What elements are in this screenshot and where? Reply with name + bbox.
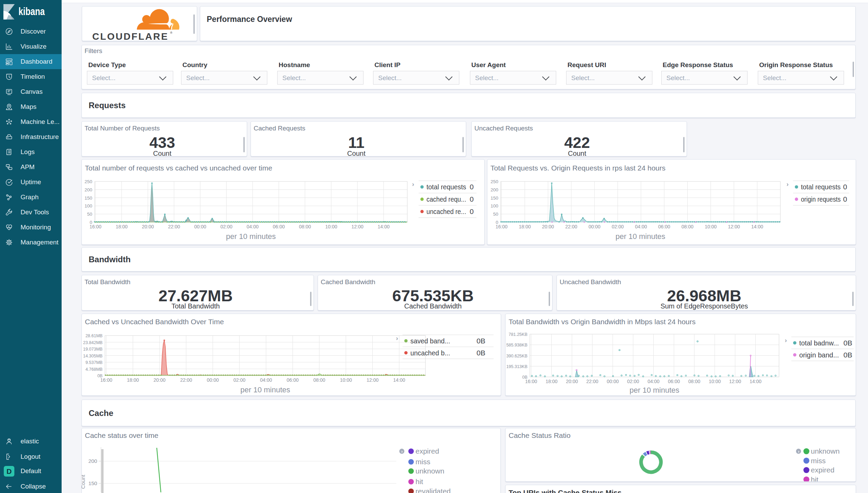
svg-text:per 10 minutes: per 10 minutes — [226, 232, 276, 241]
svg-text:20:00: 20:00 — [566, 379, 578, 384]
svg-text:›: › — [396, 334, 398, 342]
svg-text:18:00: 18:00 — [116, 224, 128, 229]
svg-text:›: › — [785, 337, 787, 344]
svg-text:22:00: 22:00 — [565, 224, 577, 229]
svg-text:06:00: 06:00 — [273, 224, 285, 229]
svg-text:200: 200 — [490, 187, 498, 192]
svg-text:expired: expired — [811, 466, 834, 474]
svg-text:14:00: 14:00 — [378, 224, 390, 229]
svg-text:uncached b...: uncached b... — [410, 349, 450, 357]
svg-text:100: 100 — [490, 203, 498, 208]
svg-text:miss: miss — [416, 458, 430, 466]
svg-text:›: › — [798, 449, 799, 454]
svg-text:02:00: 02:00 — [627, 379, 639, 384]
svg-text:22:00: 22:00 — [180, 377, 192, 383]
svg-text:origin requests: origin requests — [801, 195, 841, 203]
svg-text:0B: 0B — [843, 351, 852, 359]
svg-text:0: 0 — [843, 195, 847, 203]
svg-text:50: 50 — [493, 212, 498, 217]
svg-text:16:00: 16:00 — [525, 379, 537, 384]
svg-text:10:00: 10:00 — [709, 379, 721, 384]
svg-text:hit: hit — [416, 478, 423, 485]
svg-text:total badnw...: total badnw... — [799, 339, 839, 347]
svg-text:0B: 0B — [476, 349, 485, 357]
svg-text:18:00: 18:00 — [519, 224, 531, 229]
svg-text:Count: Count — [81, 475, 86, 489]
svg-text:expired: expired — [416, 447, 439, 455]
svg-text:14.305MB: 14.305MB — [83, 354, 103, 358]
svg-text:total requests: total requests — [801, 183, 841, 191]
svg-text:total requests: total requests — [426, 183, 466, 191]
svg-text:14:00: 14:00 — [393, 377, 405, 383]
svg-text:08:00: 08:00 — [688, 379, 700, 384]
svg-text:10:00: 10:00 — [705, 224, 717, 229]
svg-text:12:00: 12:00 — [728, 224, 740, 229]
svg-text:12:00: 12:00 — [367, 377, 379, 383]
svg-text:10:00: 10:00 — [340, 377, 352, 383]
svg-text:cached requ...: cached requ... — [426, 195, 466, 203]
svg-text:02:00: 02:00 — [233, 377, 245, 383]
svg-text:unknown: unknown — [811, 447, 840, 455]
svg-text:18:00: 18:00 — [546, 379, 558, 384]
svg-text:miss: miss — [811, 457, 826, 465]
svg-text:®: ® — [170, 31, 173, 35]
svg-text:150: 150 — [85, 195, 92, 201]
svg-text:100: 100 — [85, 203, 92, 208]
svg-text:14:00: 14:00 — [751, 224, 763, 229]
svg-text:06:00: 06:00 — [668, 379, 680, 384]
svg-text:16:00: 16:00 — [89, 224, 101, 229]
svg-text:04:00: 04:00 — [260, 377, 272, 383]
svg-text:14:00: 14:00 — [750, 379, 762, 384]
svg-text:20:00: 20:00 — [542, 224, 554, 229]
svg-text:00:00: 00:00 — [207, 377, 219, 383]
svg-text:04:00: 04:00 — [648, 379, 660, 384]
svg-text:20:00: 20:00 — [154, 377, 166, 383]
svg-text:04:00: 04:00 — [247, 224, 259, 229]
svg-text:0: 0 — [470, 207, 474, 215]
svg-text:18:00: 18:00 — [127, 377, 139, 383]
svg-text:19.073MB: 19.073MB — [83, 347, 103, 352]
svg-text:04:00: 04:00 — [635, 224, 647, 229]
svg-text:02:00: 02:00 — [612, 224, 624, 229]
svg-text:08:00: 08:00 — [681, 224, 693, 229]
svg-text:390.625KB: 390.625KB — [506, 354, 527, 358]
svg-text:hit: hit — [811, 476, 818, 482]
svg-text:195.313KB: 195.313KB — [506, 364, 527, 369]
svg-text:saved band...: saved band... — [410, 337, 450, 345]
svg-text:00:00: 00:00 — [194, 224, 206, 229]
svg-text:20:00: 20:00 — [142, 224, 154, 229]
svg-text:10:00: 10:00 — [325, 224, 337, 229]
svg-text:›: › — [412, 180, 414, 188]
svg-text:250: 250 — [85, 179, 92, 184]
svg-text:150: 150 — [490, 195, 498, 201]
svg-text:9.537MB: 9.537MB — [86, 360, 103, 365]
svg-text:0: 0 — [470, 195, 474, 203]
svg-text:16:00: 16:00 — [496, 224, 508, 229]
svg-text:4.768MB: 4.768MB — [86, 367, 103, 372]
svg-text:22:00: 22:00 — [586, 379, 598, 384]
svg-text:per 10 minutes: per 10 minutes — [615, 232, 665, 241]
svg-text:08:00: 08:00 — [299, 224, 311, 229]
svg-text:origin band...: origin band... — [799, 351, 839, 359]
svg-text:06:00: 06:00 — [658, 224, 670, 229]
svg-text:12:00: 12:00 — [729, 379, 741, 384]
svg-text:0B: 0B — [476, 337, 485, 345]
svg-text:per 10 minutes: per 10 minutes — [240, 385, 290, 394]
svg-text:0B: 0B — [843, 339, 852, 347]
svg-text:00:00: 00:00 — [588, 224, 600, 229]
svg-text:uncached re...: uncached re... — [426, 207, 466, 215]
svg-text:06:00: 06:00 — [287, 377, 299, 383]
svg-text:781.25KB: 781.25KB — [509, 332, 527, 337]
svg-text:16:00: 16:00 — [100, 377, 112, 383]
svg-text:200: 200 — [88, 458, 97, 464]
svg-text:250: 250 — [490, 179, 498, 184]
svg-text:0: 0 — [843, 183, 847, 191]
svg-text:›: › — [787, 180, 789, 188]
svg-text:22:00: 22:00 — [168, 224, 180, 229]
svg-text:150: 150 — [88, 480, 97, 486]
svg-text:per 10 minutes: per 10 minutes — [629, 386, 679, 394]
svg-text:revalidated: revalidated — [416, 487, 451, 493]
svg-text:0: 0 — [470, 183, 474, 191]
svg-text:28.61MB: 28.61MB — [86, 333, 103, 338]
svg-text:›: › — [401, 449, 403, 454]
